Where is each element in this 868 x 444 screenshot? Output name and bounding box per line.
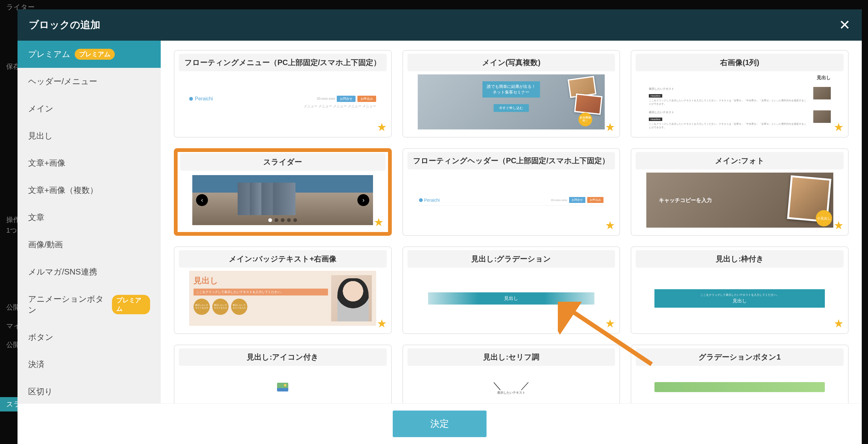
sidebar-item-text-image[interactable]: 文章+画像	[18, 150, 161, 177]
preview-image	[813, 87, 831, 99]
sidebar-item-main[interactable]: メイン	[18, 95, 161, 122]
card-title: メイン:バッジテキスト+右画像	[179, 250, 387, 268]
card-preview: 見出し	[407, 268, 615, 329]
favorite-star-icon[interactable]: ★	[834, 219, 844, 232]
sidebar-item-premium[interactable]: プレミアム プレミアム	[18, 41, 161, 68]
card-preview: Peraichi 03-xxxx-xxxxお問合せお申込み メニュー メニュー …	[179, 71, 387, 133]
favorite-star-icon[interactable]: ★	[605, 219, 615, 232]
block-card-heading-icon[interactable]: 見出し:アイコン付き	[174, 345, 392, 403]
preview-bar: ここをクリックして表示したいテキストを入力してください。	[193, 289, 328, 295]
modal-body: プレミアム プレミアム ヘッダー/メニュー メイン 見出し 文章+画像 文章+画…	[18, 41, 862, 403]
sidebar-item-animation-button[interactable]: アニメーションボタン プレミアム	[18, 285, 161, 324]
preview-cta: 今すぐ申し込む	[493, 104, 529, 112]
modal-header: ブロックの追加 ✕	[18, 9, 862, 41]
card-preview: 見出し 表示したいテキスト Headline ここをクリックして表示したいテキス…	[636, 71, 844, 133]
preview-logo: Peraichi	[195, 96, 213, 102]
card-title: 右画像(1列)	[636, 54, 844, 71]
favorite-star-icon[interactable]: ★	[377, 121, 387, 134]
preview-button	[654, 382, 825, 392]
favorite-star-icon[interactable]: ★	[605, 317, 615, 330]
sidebar-item-label: アニメーションボタン	[28, 294, 107, 316]
slider-next-icon: ›	[358, 194, 369, 206]
premium-badge: プレミアム	[75, 49, 115, 60]
block-grid: フローティングメニュー（PC上部固定/スマホ上下固定） Peraichi 03-…	[174, 50, 848, 403]
card-preview: Peraichi 03-xxxx-xxxxお問合せお申込み	[407, 169, 615, 231]
modal-title: ブロックの追加	[29, 18, 100, 32]
card-title: スライダー	[180, 153, 385, 171]
preview-title: 見出し	[649, 75, 831, 81]
block-card-heading-serif[interactable]: 見出し:セリフ調 ＼／ 表示したいテキスト	[402, 345, 620, 403]
block-card-main-photo[interactable]: メイン:フォト キャッチコピーを入力 小見出し ★	[631, 148, 848, 236]
sidebar-item-text-image-multi[interactable]: 文章+画像（複数）	[18, 177, 161, 204]
sidebar-item-label: 画像/動画	[28, 239, 63, 250]
picture-icon	[277, 383, 288, 391]
card-title: 見出し:グラデーション	[407, 250, 615, 268]
card-preview: キャッチコピーを入力 小見出し	[636, 169, 844, 231]
sidebar-item-label: 見出し	[28, 130, 53, 141]
block-card-badge-text-right-image[interactable]: メイン:バッジテキスト+右画像 見出し ここをクリックして表示したいテキストを入…	[174, 246, 392, 334]
close-button[interactable]: ✕	[839, 18, 850, 32]
block-card-heading-frame[interactable]: 見出し:枠付き ここをクリックして表示したいテキストを入力してください。 見出し…	[631, 246, 848, 334]
sidebar-item-newsletter-sns[interactable]: メルマガ/SNS連携	[18, 258, 161, 285]
block-card-slider[interactable]: スライダー ‹ › ★	[174, 148, 392, 236]
sidebar-item-header-menu[interactable]: ヘッダー/メニュー	[18, 68, 161, 95]
sidebar-item-heading[interactable]: 見出し	[18, 122, 161, 150]
preview-badge: 参加費無料！	[579, 113, 592, 126]
add-block-modal: ブロックの追加 ✕ プレミアム プレミアム ヘッダー/メニュー メイン 見出し …	[18, 9, 862, 444]
sidebar-item-label: ヘッダー/メニュー	[28, 76, 97, 87]
sidebar-item-label: 文章+画像	[28, 158, 65, 168]
favorite-star-icon[interactable]: ★	[377, 317, 387, 330]
block-card-main-photos[interactable]: メイン(写真複数) 誰でも簡単に結果が出る！ ネット集客セミナー 今すぐ申し込む…	[402, 50, 620, 137]
preview-heading: 見出し	[428, 292, 594, 305]
sidebar-item-label: メルマガ/SNS連携	[28, 266, 97, 277]
sidebar-item-button[interactable]: ボタン	[18, 324, 161, 351]
block-card-floating-header[interactable]: フローティングヘッダー（PC上部固定/スマホ上下固定） Peraichi 03-…	[402, 148, 620, 236]
slider-prev-icon: ‹	[196, 194, 208, 206]
category-sidebar: プレミアム プレミアム ヘッダー/メニュー メイン 見出し 文章+画像 文章+画…	[18, 41, 161, 403]
sidebar-item-label: 文章+画像（複数）	[28, 185, 98, 196]
favorite-star-icon[interactable]: ★	[605, 121, 615, 134]
sidebar-item-label: 決済	[28, 359, 44, 370]
favorite-star-icon[interactable]: ★	[834, 317, 844, 330]
sidebar-item-payment[interactable]: 決済	[18, 351, 161, 378]
confirm-button[interactable]: 決定	[393, 411, 487, 437]
card-preview: ‹ ›	[180, 171, 385, 229]
sidebar-item-image-video[interactable]: 画像/動画	[18, 231, 161, 258]
sidebar-item-label: メイン	[28, 103, 54, 114]
favorite-star-icon[interactable]: ★	[834, 121, 844, 134]
slider-dots	[268, 218, 297, 222]
card-title: フローティングヘッダー（PC上部固定/スマホ上下固定）	[407, 152, 615, 169]
sidebar-item-label: 区切り	[28, 386, 53, 397]
premium-badge: プレミアム	[112, 295, 150, 314]
favorite-star-icon[interactable]: ★	[374, 216, 384, 229]
card-title: 見出し:アイコン付き	[179, 348, 387, 366]
card-title: フローティングメニュー（PC上部固定/スマホ上下固定）	[179, 54, 387, 71]
sidebar-item-text[interactable]: 文章	[18, 204, 161, 231]
card-title: メイン(写真複数)	[407, 54, 615, 71]
preview-badge: 小見出し	[816, 210, 832, 226]
modal-footer: 決定	[18, 403, 862, 444]
preview-text: 表示したいテキスト	[497, 390, 525, 395]
card-preview: ＼／ 表示したいテキスト	[407, 366, 615, 403]
preview-heading: 誰でも簡単に結果が出る！ ネット集客セミナー	[483, 81, 540, 98]
preview-menu: メニュー メニュー メニュー メニュー メニュー	[189, 104, 376, 108]
sidebar-item-label: ボタン	[28, 332, 54, 343]
card-preview: 誰でも簡単に結果が出る！ ネット集客セミナー 今すぐ申し込む 参加費無料！	[407, 71, 615, 133]
card-title: グラデーションボタン1	[636, 348, 844, 366]
sidebar-item-label: プレミアム	[28, 49, 70, 60]
card-title: 見出し:枠付き	[636, 250, 844, 268]
block-card-right-image[interactable]: 右画像(1列) 見出し 表示したいテキスト Headline ここをクリックして…	[631, 50, 848, 137]
preview-heading: ここをクリックして表示したいテキストを入力してください。 見出し	[654, 289, 825, 308]
block-card-heading-gradation[interactable]: 見出し:グラデーション 見出し ★	[402, 246, 620, 334]
preview-catchcopy: キャッチコピーを入力	[659, 196, 712, 203]
preview-title: 見出し	[193, 275, 328, 286]
card-preview	[179, 366, 387, 403]
block-card-gradation-button[interactable]: グラデーションボタン1	[631, 345, 848, 403]
card-preview: ここをクリックして表示したいテキストを入力してください。 見出し	[636, 268, 844, 329]
card-preview	[636, 366, 844, 403]
block-card-floating-menu[interactable]: フローティングメニュー（PC上部固定/スマホ上下固定） Peraichi 03-…	[174, 50, 392, 137]
preview-image	[813, 110, 831, 123]
card-preview: 見出し ここをクリックして表示したいテキストを入力してください。 表示したいテキ…	[179, 268, 387, 329]
block-grid-container: フローティングメニュー（PC上部固定/スマホ上下固定） Peraichi 03-…	[161, 41, 862, 403]
sidebar-item-divider[interactable]: 区切り	[18, 378, 161, 403]
